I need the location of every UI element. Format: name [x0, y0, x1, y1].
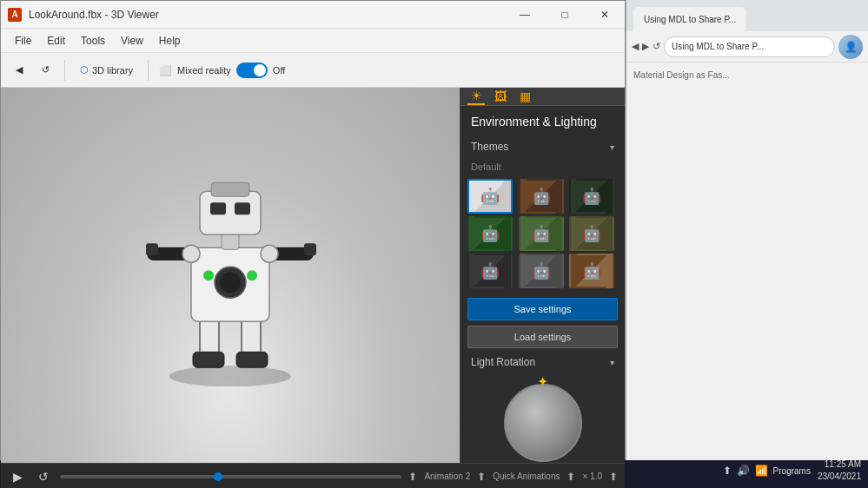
window-controls: — □ ✕: [505, 1, 625, 29]
theme-item-5[interactable]: 🤖: [519, 216, 564, 251]
browser-refresh[interactable]: ↺: [653, 41, 660, 52]
toggle-knob: [254, 64, 266, 76]
light-rotation-label: Light Rotation: [471, 356, 535, 368]
sun-panel-icon[interactable]: ☀: [467, 88, 485, 105]
svg-point-8: [203, 270, 214, 280]
light-rotation-section: ✦: [461, 373, 625, 463]
light-rotation-header[interactable]: Light Rotation ▾: [461, 351, 625, 373]
svg-point-14: [182, 245, 200, 262]
menu-file[interactable]: File: [8, 31, 38, 50]
dial-sun-icon: ✦: [537, 373, 548, 390]
taskbar-clock[interactable]: 11:25 AM 23/04/2021: [818, 458, 861, 483]
3d-library-button[interactable]: ⬡ 3D library: [72, 60, 141, 80]
theme-item-9[interactable]: 🤖: [569, 254, 614, 288]
taskbar-right: ⬆ 🔊 📶 Programs 11:25 AM 23/04/2021: [723, 458, 861, 483]
mixed-reality-label: Mixed reality: [177, 65, 231, 76]
svg-rect-17: [200, 191, 261, 234]
tray-network[interactable]: 🔊: [737, 465, 750, 477]
panel-section-title: Environment & Lighting: [461, 106, 625, 135]
menu-tools[interactable]: Tools: [74, 31, 112, 50]
themes-chevron-icon: ▾: [610, 142, 614, 152]
right-panel: ☀ 🖼 ▦ Environment & Lighting Themes ▾ De…: [460, 88, 625, 463]
svg-rect-20: [235, 202, 250, 214]
speed-label: × 1.0: [582, 472, 602, 481]
close-button[interactable]: ✕: [585, 1, 625, 29]
browser-tab-1[interactable]: Using MDL to Share P...: [633, 7, 746, 31]
themes-section-header[interactable]: Themes ▾: [461, 135, 625, 158]
play-button[interactable]: ▶: [8, 467, 27, 486]
svg-rect-2: [242, 317, 261, 356]
tab-1-label: Using MDL to Share P...: [644, 15, 736, 24]
theme-item-8[interactable]: 🤖: [519, 254, 564, 288]
timeline-track[interactable]: [60, 475, 401, 478]
svg-rect-18: [211, 182, 249, 196]
menu-bar: File Edit Tools View Help: [1, 29, 625, 53]
panel-toolbar: ☀ 🖼 ▦: [461, 88, 625, 106]
date-display: 23/04/2021: [818, 471, 861, 483]
browser-tab-bar: Using MDL to Share P...: [626, 0, 868, 31]
theme-item-7[interactable]: 🤖: [467, 254, 513, 288]
programs-label: Programs: [773, 466, 811, 476]
theme-item-4[interactable]: 🤖: [467, 216, 513, 251]
animation-label: Animation 2: [424, 472, 470, 481]
svg-point-0: [169, 366, 291, 386]
theme-item-3[interactable]: 🤖: [569, 179, 614, 214]
off-label: Off: [273, 65, 285, 76]
app-icon: A: [8, 8, 22, 22]
toolbar-separator-1: [64, 60, 65, 81]
toolbar-separator-2: [148, 60, 149, 81]
theme-item-6[interactable]: 🤖: [569, 216, 614, 251]
window-title: LookAround.fbx - 3D Viewer: [29, 9, 159, 21]
app-window: A LookAround.fbx - 3D Viewer — □ ✕ File …: [0, 0, 626, 460]
main-layout: ☀ 🖼 ▦ Environment & Lighting Themes ▾ De…: [1, 88, 625, 463]
quick-anim-label: Quick Animations: [493, 472, 560, 481]
bottom-bar: ▶ ↺ ⬆ Animation 2 ⬆ Quick Animations ⬆ ×…: [1, 463, 625, 488]
svg-rect-19: [210, 202, 226, 214]
save-settings-button[interactable]: Save settings: [467, 298, 618, 320]
address-bar[interactable]: [664, 36, 835, 57]
svg-rect-11: [146, 243, 158, 255]
minimize-button[interactable]: —: [505, 1, 545, 29]
grid-panel-icon[interactable]: ▦: [516, 88, 533, 105]
svg-rect-3: [193, 352, 224, 367]
svg-point-9: [247, 270, 257, 280]
sys-tray: ⬆ 🔊 📶 Programs: [723, 465, 811, 477]
loop-button[interactable]: ↺: [34, 467, 53, 486]
theme-item-1[interactable]: 🤖: [467, 179, 513, 214]
themes-grid: 🤖 🤖 🤖 🤖 🤖 🤖: [467, 179, 618, 288]
svg-point-7: [220, 272, 241, 293]
menu-help[interactable]: Help: [152, 31, 188, 50]
toolbar: ◀ ↺ ⬡ 3D library ⬜ Mixed reality Off: [1, 53, 625, 88]
browser-toolbar: ◀ ▶ ↺ 👤: [626, 31, 868, 63]
mixed-reality-toggle-group: ⬜ Mixed reality Off: [159, 63, 285, 78]
browser-back[interactable]: ◀: [632, 41, 639, 52]
time-display: 11:25 AM: [818, 458, 861, 471]
tray-programs[interactable]: ⬆: [723, 465, 732, 477]
robot-model: [130, 135, 330, 390]
timeline-thumb: [214, 472, 222, 481]
light-rotation-chevron-icon: ▾: [610, 358, 614, 367]
forward-button[interactable]: ↺: [34, 60, 57, 80]
menu-view[interactable]: View: [114, 31, 150, 50]
menu-edit[interactable]: Edit: [40, 31, 72, 50]
image-panel-icon[interactable]: 🖼: [492, 88, 509, 105]
back-button[interactable]: ◀: [8, 60, 30, 80]
browser-content: Material Design as Fas...: [626, 63, 868, 94]
title-bar: A LookAround.fbx - 3D Viewer — □ ✕: [1, 1, 625, 29]
browser-window: Using MDL to Share P... ◀ ▶ ↺ 👤 Material…: [626, 0, 868, 460]
svg-rect-4: [236, 352, 268, 367]
rotation-dial[interactable]: ✦: [504, 384, 582, 462]
load-settings-button[interactable]: Load settings: [467, 326, 618, 348]
svg-point-15: [261, 245, 278, 262]
profile-avatar: 👤: [838, 35, 863, 59]
mixed-reality-switch[interactable]: [236, 63, 268, 78]
viewport[interactable]: [1, 88, 460, 463]
themes-label: Themes: [471, 141, 508, 153]
browser-tab-2-ref: Material Design as Fas...: [633, 69, 861, 82]
theme-item-2[interactable]: 🤖: [519, 179, 564, 214]
browser-forward[interactable]: ▶: [642, 41, 649, 52]
viewport-bg: [1, 88, 460, 463]
maximize-button[interactable]: □: [545, 1, 585, 29]
themes-section: Default 🤖 🤖 🤖 🤖 🤖: [461, 158, 625, 295]
tray-volume[interactable]: 📶: [755, 465, 768, 477]
